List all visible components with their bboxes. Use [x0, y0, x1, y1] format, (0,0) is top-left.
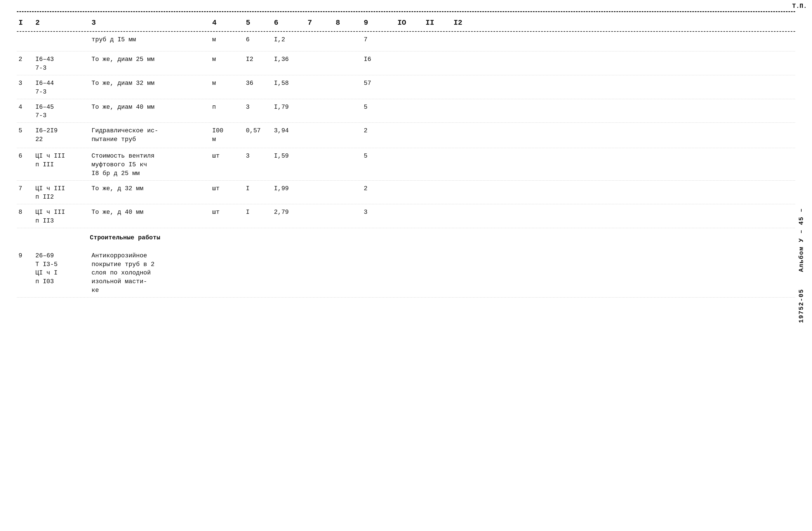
- cell-2-7: [306, 55, 334, 56]
- cell-3-9: 57: [362, 79, 396, 88]
- header-col-8: 8: [334, 17, 362, 28]
- cell-6-10: [396, 151, 424, 153]
- cell-8-8: [334, 208, 362, 209]
- cell-9-2: 26–69 Т I3-5 ЦI ч I п I03: [34, 251, 90, 287]
- cell-6-2: ЦI ч III п III: [34, 151, 90, 170]
- cell-9-12: [452, 251, 480, 252]
- cell-2-2-line2: 7-3: [35, 64, 88, 73]
- table-row: 4 I6–45 7-3 То же, диам 40 мм п 3 I,79 5: [17, 99, 795, 123]
- header-col-3: 3: [90, 17, 211, 28]
- cell-6-11: [424, 151, 452, 153]
- cell-4-4: п: [211, 102, 244, 112]
- cell-9-9: [362, 251, 396, 252]
- cell-4-3: То же, диам 40 мм: [90, 102, 211, 112]
- cell-8-5: I: [244, 208, 272, 218]
- cell-9-2-line1: 26–69: [35, 252, 88, 261]
- cell-8-9: 3: [362, 208, 396, 218]
- table-row: 5 I6–2I9 22 Гидравлическое ис- пытание т…: [17, 123, 795, 148]
- cell-6-4: шт: [211, 151, 244, 161]
- cell-5-2: I6–2I9 22: [34, 126, 90, 145]
- cell-1-12: [452, 35, 480, 36]
- table-row: 3 I6–44 7-3 То же, диам 32 мм м 36 I,58 …: [17, 75, 795, 99]
- header-col-9: 9: [362, 17, 396, 28]
- header-col-1: I: [17, 17, 34, 28]
- cell-6-3-line3: I8 бр д 25 мм: [91, 169, 209, 178]
- cell-9-2-line2: Т I3-5: [35, 261, 88, 269]
- cell-3-2: I6–44 7-3: [34, 79, 90, 97]
- cell-1-1: [17, 35, 34, 36]
- cell-7-6: I,99: [272, 184, 306, 194]
- cell-2-10: [396, 55, 424, 56]
- cell-1-9: 7: [362, 35, 396, 45]
- header-col-12: I2: [452, 17, 480, 28]
- cell-7-10: [396, 184, 424, 185]
- cell-4-12: [452, 102, 480, 104]
- cell-4-7: [306, 102, 334, 104]
- cell-6-5: 3: [244, 151, 272, 161]
- cell-2-1: 2: [17, 55, 34, 65]
- cell-4-11: [424, 102, 452, 104]
- cell-2-9: I6: [362, 55, 396, 65]
- table-body: труб д I5 мм м 6 I,2 7 2 I6–43 7-3 То же…: [17, 32, 795, 297]
- cell-5-9: 2: [362, 126, 396, 136]
- cell-5-4: I00 м: [211, 126, 244, 145]
- cell-3-5: 36: [244, 79, 272, 88]
- right-label-area: Альбом У – 45 – 19752-05: [794, 0, 809, 531]
- cell-9-3-line1: Антикоррозийное: [91, 252, 209, 261]
- cell-5-4-line1: I00: [212, 127, 243, 136]
- cell-4-1: 4: [17, 102, 34, 112]
- cell-2-2: I6–43 7-3: [34, 55, 90, 73]
- cell-5-8: [334, 126, 362, 127]
- cell-1-11: [424, 35, 452, 36]
- cell-9-2-line4: п I03: [35, 278, 88, 286]
- cell-7-1: 7: [17, 184, 34, 194]
- cell-6-1: 6: [17, 151, 34, 161]
- cell-4-9: 5: [362, 102, 396, 112]
- cell-9-8: [334, 251, 362, 252]
- cell-3-8: [334, 79, 362, 80]
- cell-2-11: [424, 55, 452, 56]
- header-col-4: 4: [211, 17, 244, 28]
- cell-4-8: [334, 102, 362, 104]
- cell-5-12: [452, 126, 480, 127]
- cell-2-5: I2: [244, 55, 272, 65]
- header-col-7: 7: [306, 17, 334, 28]
- cell-5-3-line2: пытание труб: [91, 136, 209, 144]
- cell-5-6: 3,94: [272, 126, 306, 136]
- header-col-11: II: [424, 17, 452, 28]
- cell-7-3: То же, д 32 мм: [90, 184, 211, 194]
- header-row: I 2 3 4 5 6 7 8 9 IO II I2: [17, 12, 795, 32]
- cell-3-7: [306, 79, 334, 80]
- table-row: труб д I5 мм м 6 I,2 7: [17, 32, 795, 52]
- cell-6-3-line2: муфтового I5 кч: [91, 161, 209, 169]
- cell-7-7: [306, 184, 334, 185]
- section-header-row: Строительные работы: [17, 228, 795, 248]
- cell-8-3: То же, д 40 мм: [90, 208, 211, 218]
- cell-2-6: I,36: [272, 55, 306, 65]
- cell-9-3-line3: слоя по холодной: [91, 269, 209, 278]
- table-row: 8 ЦI ч III п II3 То же, д 40 мм шт I 2,7…: [17, 204, 795, 228]
- cell-1-7: [306, 35, 334, 36]
- cell-2-4: м: [211, 55, 244, 65]
- cell-1-8: [334, 35, 362, 36]
- cell-9-3-line2: покрытие труб в 2: [91, 261, 209, 269]
- table-row: 7 ЦI ч III п II2 То же, д 32 мм шт I I,9…: [17, 181, 795, 205]
- cell-6-6: I,59: [272, 151, 306, 161]
- album-label: Альбом У – 45 –: [798, 208, 805, 272]
- cell-9-10: [396, 251, 424, 252]
- cell-9-1: 9: [17, 251, 34, 261]
- cell-8-2-line2: п II3: [35, 217, 88, 226]
- cell-2-12: [452, 55, 480, 56]
- cell-5-4-line2: м: [212, 136, 243, 144]
- cell-4-2-line1: I6–45: [35, 103, 88, 112]
- cell-9-2-line3: ЦI ч I: [35, 269, 88, 278]
- cell-7-4: шт: [211, 184, 244, 194]
- cell-4-6: I,79: [272, 102, 306, 112]
- cell-8-11: [424, 208, 452, 209]
- cell-5-10: [396, 126, 424, 127]
- cell-5-2-line2: 22: [35, 136, 88, 144]
- cell-3-12: [452, 79, 480, 80]
- cell-5-3: Гидравлическое ис- пытание труб: [90, 126, 211, 145]
- cell-8-1: 8: [17, 208, 34, 218]
- cell-6-2-line1: ЦI ч III: [35, 152, 88, 161]
